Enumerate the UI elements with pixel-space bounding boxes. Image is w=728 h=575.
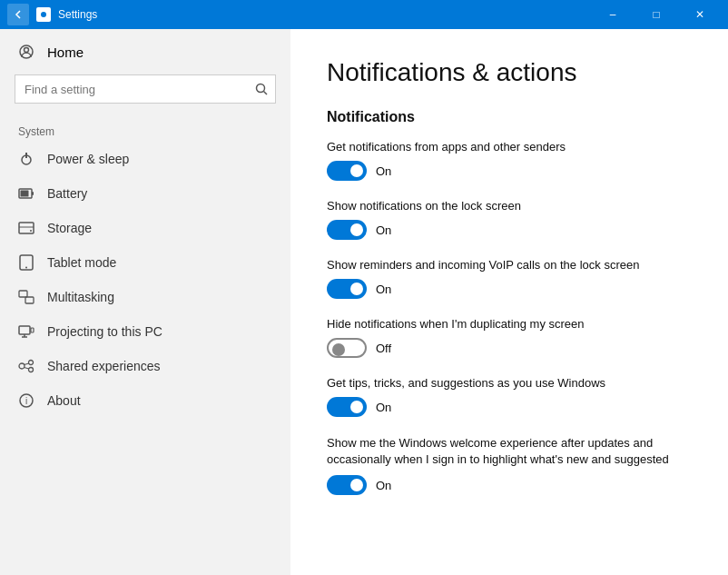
- toggle-thumb: [332, 343, 345, 356]
- search-icon: [255, 83, 268, 95]
- setting-label-notif-lock: Show notifications on the lock screen: [327, 199, 692, 213]
- svg-point-23: [29, 361, 34, 365]
- toggle-notif-voip[interactable]: [327, 279, 367, 299]
- back-button[interactable]: [7, 4, 29, 25]
- svg-rect-17: [25, 297, 34, 303]
- sidebar-item-label: Shared experiences: [47, 359, 161, 373]
- settings-app-icon: [36, 7, 51, 22]
- toggle-row-notif-voip: On: [327, 279, 692, 299]
- setting-row-notif-duplicate: Hide notifications when I'm duplicating …: [327, 317, 692, 358]
- sidebar-item-power-sleep[interactable]: Power & sleep: [0, 142, 290, 176]
- setting-label-notif-apps: Get notifications from apps and other se…: [327, 140, 692, 154]
- projecting-icon: [18, 323, 34, 340]
- app-body: Home System Power & sleep Battery: [0, 29, 728, 575]
- toggle-track: [327, 161, 367, 181]
- toggle-state-notif-duplicate: Off: [376, 342, 391, 355]
- shared-icon: [18, 358, 34, 374]
- toggle-notif-tips[interactable]: [327, 397, 367, 417]
- toggle-thumb: [350, 283, 363, 295]
- toggle-row-notif-lock: On: [327, 220, 692, 240]
- toggle-notif-lock[interactable]: [327, 220, 367, 240]
- toggle-thumb: [350, 223, 363, 236]
- toggle-track: [327, 220, 367, 240]
- toggle-notif-welcome[interactable]: [327, 475, 367, 495]
- svg-point-4: [257, 84, 265, 93]
- home-label: Home: [47, 45, 84, 60]
- toggle-state-notif-tips: On: [376, 401, 391, 414]
- setting-row-notif-welcome: Show me the Windows welcome experience a…: [327, 435, 692, 495]
- search-button[interactable]: [247, 74, 276, 104]
- svg-rect-16: [19, 291, 27, 297]
- svg-point-3: [25, 48, 29, 53]
- tablet-icon: [18, 254, 34, 271]
- toggle-row-notif-welcome: On: [327, 475, 692, 495]
- svg-line-25: [25, 363, 30, 365]
- toggle-state-notif-apps: On: [376, 164, 391, 178]
- titlebar-left: Settings: [7, 4, 97, 25]
- sidebar-item-shared-experiences[interactable]: Shared experiences: [0, 349, 290, 383]
- setting-label-notif-tips: Get tips, tricks, and suggestions as you…: [327, 376, 692, 390]
- sidebar-item-battery[interactable]: Battery: [0, 176, 290, 211]
- sidebar-item-tablet-mode[interactable]: Tablet mode: [0, 245, 290, 280]
- storage-icon: [18, 220, 34, 236]
- sidebar: Home System Power & sleep Battery: [0, 29, 290, 575]
- search-input[interactable]: [15, 74, 276, 104]
- setting-row-notif-lock: Show notifications on the lock screen On: [327, 199, 692, 240]
- close-button[interactable]: ✕: [679, 0, 721, 29]
- sidebar-item-about[interactable]: i About: [0, 383, 290, 418]
- sidebar-item-label: Storage: [47, 221, 92, 235]
- svg-rect-10: [21, 191, 29, 197]
- toggle-state-notif-voip: On: [376, 283, 391, 296]
- toggle-state-notif-welcome: On: [376, 479, 391, 492]
- sidebar-item-storage[interactable]: Storage: [0, 211, 290, 245]
- maximize-button[interactable]: □: [635, 0, 677, 29]
- toggle-row-notif-tips: On: [327, 397, 692, 417]
- sidebar-item-home[interactable]: Home: [0, 29, 290, 74]
- sidebar-item-label: Projecting to this PC: [47, 324, 162, 339]
- toggle-row-notif-apps: On: [327, 161, 692, 181]
- sidebar-item-label: Battery: [47, 186, 87, 201]
- titlebar-controls: – □ ✕: [592, 0, 721, 29]
- svg-point-24: [29, 368, 34, 372]
- toggle-notif-apps[interactable]: [327, 161, 367, 181]
- svg-rect-19: [31, 328, 34, 332]
- svg-rect-18: [19, 326, 30, 334]
- toggle-track: [327, 475, 367, 495]
- setting-row-notif-voip: Show reminders and incoming VoIP calls o…: [327, 258, 692, 299]
- power-icon: [18, 151, 34, 167]
- sidebar-item-multitasking[interactable]: Multitasking: [0, 280, 290, 314]
- toggle-thumb: [350, 164, 363, 177]
- toggle-notif-duplicate[interactable]: [327, 338, 367, 358]
- svg-line-26: [25, 368, 30, 370]
- minimize-button[interactable]: –: [592, 0, 634, 29]
- setting-row-notif-tips: Get tips, tricks, and suggestions as you…: [327, 376, 692, 417]
- svg-line-5: [264, 92, 268, 95]
- sidebar-item-label: Multitasking: [47, 290, 114, 304]
- setting-label-notif-voip: Show reminders and incoming VoIP calls o…: [327, 258, 692, 272]
- sidebar-item-projecting[interactable]: Projecting to this PC: [0, 314, 290, 349]
- toggle-state-notif-lock: On: [376, 223, 391, 237]
- setting-label-notif-duplicate: Hide notifications when I'm duplicating …: [327, 317, 692, 331]
- svg-point-15: [25, 267, 27, 269]
- toggle-thumb: [350, 479, 363, 491]
- svg-text:i: i: [25, 396, 27, 406]
- titlebar: Settings – □ ✕: [0, 0, 728, 29]
- section-title: Notifications: [327, 109, 692, 125]
- toggle-track: [327, 279, 367, 299]
- setting-label-notif-welcome: Show me the Windows welcome experience a…: [327, 435, 692, 468]
- home-icon: [18, 44, 34, 60]
- sidebar-item-label: Tablet mode: [47, 255, 116, 270]
- toggle-row-notif-duplicate: Off: [327, 338, 692, 358]
- multitasking-icon: [18, 289, 34, 305]
- sidebar-item-label: Power & sleep: [47, 152, 129, 166]
- toggle-thumb: [350, 401, 363, 413]
- svg-point-13: [30, 230, 32, 232]
- setting-row-notif-apps: Get notifications from apps and other se…: [327, 140, 692, 181]
- battery-icon: [18, 185, 34, 202]
- main-content: Notifications & actions Notifications Ge…: [290, 29, 728, 575]
- svg-rect-9: [32, 192, 34, 195]
- svg-point-1: [41, 12, 46, 17]
- toggle-track: [327, 338, 367, 358]
- toggle-track: [327, 397, 367, 417]
- svg-rect-11: [19, 223, 34, 233]
